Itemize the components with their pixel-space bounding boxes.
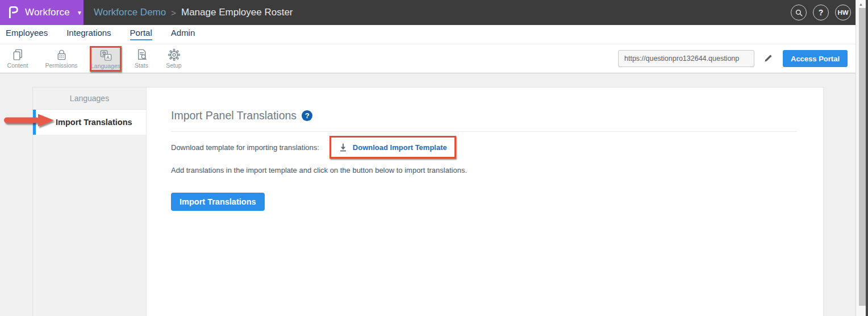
breadcrumb-separator-icon: > (171, 8, 176, 18)
tool-permissions-label: Permissions (45, 62, 77, 69)
topbar-actions: ? HW (791, 5, 851, 20)
lock-icon (55, 48, 68, 61)
avatar-initials: HW (837, 9, 848, 16)
brand-label: Workforce (25, 7, 70, 18)
question-mark-icon: ? (819, 8, 824, 17)
tool-content[interactable]: Content (2, 48, 33, 69)
download-import-template-link[interactable]: Download Import Template (353, 143, 447, 152)
questionpro-logo-icon (7, 3, 20, 22)
portal-toolbar: Content Permissions (0, 44, 856, 73)
edit-url-button[interactable] (763, 54, 773, 63)
annotation-box-download: Download Import Template (329, 136, 456, 159)
pages-icon (11, 48, 24, 61)
tool-setup-label: Setup (166, 62, 181, 69)
title-divider (171, 131, 797, 132)
sidebar-header: Languages (33, 88, 146, 110)
doc-search-icon (135, 48, 148, 61)
instruction-text: Add translations in the import template … (171, 166, 797, 174)
brand-switcher[interactable]: Workforce ▼ (0, 0, 84, 25)
scrollbar-up-arrow[interactable]: ▲ (856, 0, 866, 8)
tool-stats[interactable]: Stats (126, 48, 157, 69)
title-row: Import Panel Translations ? (171, 109, 797, 122)
tool-content-label: Content (7, 62, 28, 69)
tool-permissions[interactable]: Permissions (46, 48, 77, 69)
download-row-label: Download template for importing translat… (171, 143, 319, 152)
breadcrumb: Workforce Demo > Manage Employee Roster (94, 7, 293, 18)
chevron-down-icon: ▼ (77, 10, 82, 16)
workforce-portal-screen: Workforce ▼ Workforce Demo > Manage Empl… (0, 0, 868, 316)
search-button[interactable] (791, 5, 807, 20)
page-title: Import Panel Translations (171, 109, 297, 122)
import-translations-button[interactable]: Import Translations (171, 193, 265, 211)
nav-item-admin[interactable]: Admin (171, 28, 195, 39)
breadcrumb-current: Manage Employee Roster (181, 7, 293, 18)
pencil-icon (763, 54, 773, 63)
gear-icon (168, 48, 181, 61)
tool-setup[interactable]: Setup (158, 48, 189, 69)
main-nav: Employees Integrations Portal Admin (0, 25, 856, 44)
portal-url-input[interactable] (618, 50, 754, 67)
toolbar-right: Access Portal (618, 50, 848, 67)
search-icon (795, 9, 803, 17)
main-content: Import Panel Translations ? Download tem… (147, 88, 823, 316)
download-icon (339, 143, 348, 152)
annotation-arrow (3, 113, 55, 130)
topbar: Workforce ▼ Workforce Demo > Manage Empl… (0, 0, 856, 25)
avatar[interactable]: HW (835, 5, 851, 20)
access-portal-button[interactable]: Access Portal (783, 50, 848, 67)
scrollbar-track[interactable]: ▲ (856, 0, 866, 316)
page-card: Languages Import Translations Import Pan… (32, 87, 824, 316)
title-help-icon[interactable]: ? (302, 110, 312, 121)
scrollbar-thumb[interactable] (859, 8, 866, 306)
nav-item-employees[interactable]: Employees (6, 28, 48, 39)
svg-text:A: A (106, 55, 110, 60)
download-row: Download template for importing translat… (171, 136, 797, 159)
translate-icon: A (99, 49, 112, 62)
nav-item-integrations[interactable]: Integrations (66, 28, 111, 39)
scrollbar: ▲ (856, 0, 868, 316)
tool-languages[interactable]: A Languages (92, 49, 119, 69)
tool-stats-label: Stats (135, 62, 148, 69)
nav-item-portal[interactable]: Portal (130, 28, 152, 40)
breadcrumb-parent[interactable]: Workforce Demo (94, 7, 166, 18)
tool-languages-label: Languages (91, 63, 120, 69)
help-button[interactable]: ? (813, 5, 829, 20)
sidebar-item-label: Import Translations (56, 118, 132, 127)
annotation-box-languages: A Languages (90, 46, 122, 72)
